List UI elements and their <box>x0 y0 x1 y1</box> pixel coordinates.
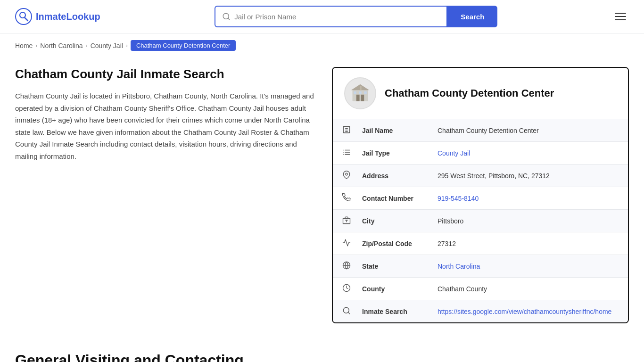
building-icon-cell <box>333 119 353 142</box>
field-value: 295 West Street, Pittsboro, NC, 27312 <box>428 165 628 187</box>
field-value[interactable]: County Jail <box>428 142 628 165</box>
field-label: State <box>353 255 428 278</box>
page-title: Chatham County Jail Inmate Search <box>15 67 317 82</box>
card-title: Chatham County Detention Center <box>385 87 554 99</box>
left-content: Chatham County Jail Inmate Search Chatha… <box>15 67 317 323</box>
search-icon-cell <box>333 300 353 323</box>
svg-rect-9 <box>354 91 356 94</box>
svg-rect-5 <box>353 90 368 101</box>
table-row: CountyChatham County <box>333 278 628 300</box>
table-row: Zip/Postal Code27312 <box>333 232 628 255</box>
svg-rect-13 <box>343 126 350 133</box>
svg-line-4 <box>228 18 230 19</box>
logo-icon <box>15 8 32 25</box>
hamburger-menu[interactable] <box>612 10 629 23</box>
breadcrumb: Home › North Carolina › County Jail › Ch… <box>0 33 644 58</box>
field-value[interactable]: 919-545-8140 <box>428 187 628 210</box>
field-value: Chatham County <box>428 278 628 300</box>
field-value: Pittsboro <box>428 210 628 232</box>
field-value: Chatham County Detention Center <box>428 119 628 142</box>
breadcrumb-current: Chatham County Detention Center <box>131 40 236 51</box>
breadcrumb-type[interactable]: County Jail <box>91 42 123 49</box>
globe-icon-cell <box>333 255 353 278</box>
info-table: Jail NameChatham County Detention Center… <box>333 119 628 322</box>
search-input[interactable] <box>234 13 440 21</box>
field-value[interactable]: https://sites.google.com/view/chathamcou… <box>428 300 628 323</box>
table-row: Jail TypeCounty Jail <box>333 142 628 165</box>
field-label: Address <box>353 165 428 187</box>
hamburger-line <box>615 16 626 17</box>
facility-image <box>344 77 376 109</box>
breadcrumb-sep: › <box>86 42 88 49</box>
field-label: Inmate Search <box>353 300 428 323</box>
field-label: Zip/Postal Code <box>353 232 428 255</box>
search-bar: Search <box>215 6 497 27</box>
field-label: City <box>353 210 428 232</box>
logo-link[interactable]: InmateLookup <box>15 8 100 25</box>
breadcrumb-home[interactable]: Home <box>15 42 33 49</box>
site-header: InmateLookup Search <box>0 0 644 33</box>
bottom-section: General Visiting and Contacting <box>0 333 644 362</box>
page-description: Chatham County Jail is located in Pittsb… <box>15 90 317 162</box>
svg-line-28 <box>348 312 349 313</box>
svg-point-20 <box>346 173 348 175</box>
field-label: Jail Type <box>353 142 428 165</box>
search-input-wrapper <box>215 6 447 27</box>
field-link[interactable]: 919-545-8140 <box>438 195 479 202</box>
hamburger-line <box>615 19 626 20</box>
field-label: Jail Name <box>353 119 428 142</box>
search-icon <box>222 12 231 21</box>
city-icon-cell <box>333 210 353 232</box>
county-icon-cell <box>333 278 353 300</box>
field-label: Contact Number <box>353 187 428 210</box>
table-row: StateNorth Carolina <box>333 255 628 278</box>
svg-line-2 <box>25 18 28 21</box>
logo-text: InmateLookup <box>36 11 100 22</box>
svg-rect-12 <box>360 86 362 90</box>
field-link[interactable]: County Jail <box>438 149 470 157</box>
field-value[interactable]: North Carolina <box>428 255 628 278</box>
list-icon-cell <box>333 142 353 165</box>
location-icon-cell <box>333 165 353 187</box>
svg-rect-8 <box>361 95 364 101</box>
facility-card: Chatham County Detention Center Jail Nam… <box>332 67 629 323</box>
bottom-heading: General Visiting and Contacting <box>15 352 629 362</box>
table-row: Inmate Searchhttps://sites.google.com/vi… <box>333 300 628 323</box>
table-row: Contact Number919-545-8140 <box>333 187 628 210</box>
table-row: Jail NameChatham County Detention Center <box>333 119 628 142</box>
table-row: Address295 West Street, Pittsboro, NC, 2… <box>333 165 628 187</box>
hamburger-line <box>615 13 626 14</box>
table-row: CityPittsboro <box>333 210 628 232</box>
building-image-icon <box>350 83 371 104</box>
breadcrumb-sep: › <box>35 42 37 49</box>
svg-rect-7 <box>356 95 360 101</box>
main-content: Chatham County Jail Inmate Search Chatha… <box>0 58 644 333</box>
mail-icon-cell <box>333 232 353 255</box>
svg-rect-11 <box>359 91 362 94</box>
field-link[interactable]: https://sites.google.com/view/chathamcou… <box>438 308 611 315</box>
card-header: Chatham County Detention Center <box>333 68 628 119</box>
svg-point-0 <box>16 8 32 25</box>
breadcrumb-sep: › <box>126 42 128 49</box>
breadcrumb-state[interactable]: North Carolina <box>40 42 83 49</box>
svg-rect-10 <box>364 91 367 94</box>
phone-icon-cell <box>333 187 353 210</box>
search-button[interactable]: Search <box>447 6 497 27</box>
field-value: 27312 <box>428 232 628 255</box>
field-link[interactable]: North Carolina <box>438 263 480 270</box>
svg-point-1 <box>20 12 25 18</box>
field-label: County <box>353 278 428 300</box>
